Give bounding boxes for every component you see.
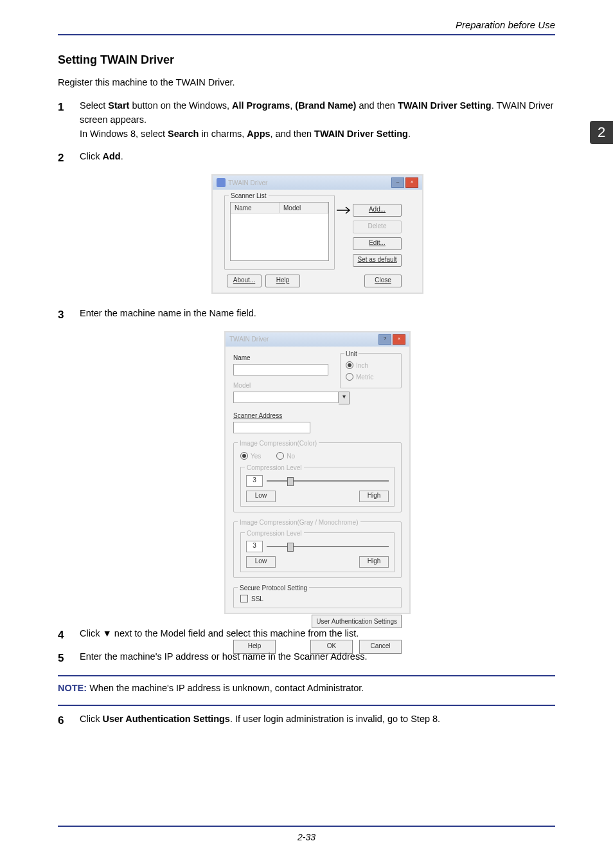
delete-button[interactable]: Delete — [353, 221, 402, 233]
comp-level-gray: Compression Level 3 Low High — [240, 532, 395, 572]
high-button[interactable]: High — [359, 491, 389, 502]
minimize-button[interactable]: – — [391, 177, 404, 188]
image-compression-color-group: Image Compression(Color) Yes No Compress… — [233, 442, 402, 512]
note-rule-top — [58, 675, 555, 676]
note: NOTE: When the machine's IP address is u… — [58, 683, 555, 693]
image-compression-gray-group: Image Compression(Gray / Monochrome) Com… — [233, 521, 402, 578]
lead-paragraph: Register this machine to the TWAIN Drive… — [58, 77, 555, 87]
close-button[interactable]: Close — [364, 275, 402, 287]
dialog2-title: TWAIN Driver — [229, 334, 269, 344]
note-label: NOTE: — [58, 683, 87, 693]
comp-level-value-2[interactable]: 3 — [246, 541, 263, 552]
low-button-2[interactable]: Low — [246, 556, 276, 568]
ic-color-no[interactable]: No — [276, 451, 295, 461]
help-button[interactable]: Help — [265, 275, 300, 287]
ic-gray-legend: Image Compression(Gray / Monochrome) — [238, 518, 360, 527]
dialog-title: TWAIN Driver — [228, 178, 267, 188]
close-x-button-2[interactable]: × — [393, 334, 405, 345]
ssl-checkbox[interactable]: SSL — [240, 594, 395, 604]
page-heading: Setting TWAIN Driver — [58, 53, 555, 67]
name-input[interactable] — [233, 364, 328, 375]
step-6: Click User Authentication Settings. If u… — [58, 712, 555, 727]
scanner-address-label: Scanner Address — [233, 411, 402, 420]
dialog2-titlebar: TWAIN Driver ? × — [226, 332, 409, 347]
comp-slider-2[interactable] — [267, 546, 389, 547]
callout-arrow — [337, 206, 353, 214]
scanner-list-legend: Scanner List — [229, 191, 269, 201]
scanner-list[interactable]: Name Model — [230, 202, 329, 261]
ic-color-yes[interactable]: Yes — [240, 451, 261, 461]
unit-group: Unit Inch Metric — [340, 353, 402, 388]
set-default-button[interactable]: Set as default — [353, 254, 402, 267]
comp-level-value[interactable]: 3 — [246, 475, 263, 487]
dialog-titlebar: TWAIN Driver – × — [213, 176, 422, 190]
col-name: Name — [231, 203, 280, 213]
unit-metric-radio[interactable]: Metric — [346, 372, 396, 382]
user-auth-settings-button[interactable]: User Authentication Settings — [312, 615, 402, 628]
section-tab: 2 — [590, 121, 613, 144]
close-x-button[interactable]: × — [405, 177, 418, 188]
header-rule — [58, 34, 555, 35]
footer-rule — [58, 826, 555, 827]
twain-list-dialog: TWAIN Driver – × Scanner List Name Model — [211, 174, 423, 294]
comp-slider[interactable] — [267, 480, 389, 482]
step-4: Click ▼ next to the Model field and sele… — [58, 627, 555, 641]
edit-button[interactable]: Edit... — [353, 237, 402, 250]
scanner-list-group: Scanner List Name Model — [224, 195, 335, 270]
col-model: Model — [280, 203, 328, 213]
header-section: Preparation before Use — [58, 19, 555, 34]
low-button[interactable]: Low — [246, 491, 276, 502]
step-3: Enter the machine name in the Name field… — [58, 307, 555, 614]
unit-legend: Unit — [344, 349, 359, 359]
ic-color-legend: Image Compression(Color) — [238, 439, 319, 448]
step-1: Select Start button on the Windows, All … — [58, 99, 555, 141]
comp-level-color: Compression Level 3 Low High — [240, 467, 395, 507]
app-icon — [217, 178, 226, 187]
secure-legend: Secure Protocol Setting — [238, 583, 309, 593]
high-button-2[interactable]: High — [359, 556, 389, 568]
unit-inch-radio[interactable]: Inch — [346, 361, 396, 370]
page-number: 2-33 — [58, 832, 555, 842]
model-dropdown-icon[interactable]: ▾ — [339, 392, 350, 404]
scanner-address-input[interactable] — [233, 422, 310, 433]
step-2: Click Add. TWAIN Driver – × Scanner List — [58, 150, 555, 294]
step-5: Enter the machine's IP address or host n… — [58, 650, 555, 664]
note-rule-bottom — [58, 705, 555, 706]
model-select[interactable] — [233, 392, 339, 403]
comp-level-legend: Compression Level — [245, 463, 304, 473]
comp-level-legend-2: Compression Level — [245, 529, 304, 538]
help-q-button[interactable]: ? — [378, 334, 391, 345]
add-button[interactable]: Add... — [353, 204, 402, 217]
secure-protocol-group: Secure Protocol Setting SSL — [233, 587, 402, 608]
about-button[interactable]: About... — [227, 275, 262, 287]
twain-settings-dialog: TWAIN Driver ? × Name Unit Inch Metric — [224, 331, 411, 614]
